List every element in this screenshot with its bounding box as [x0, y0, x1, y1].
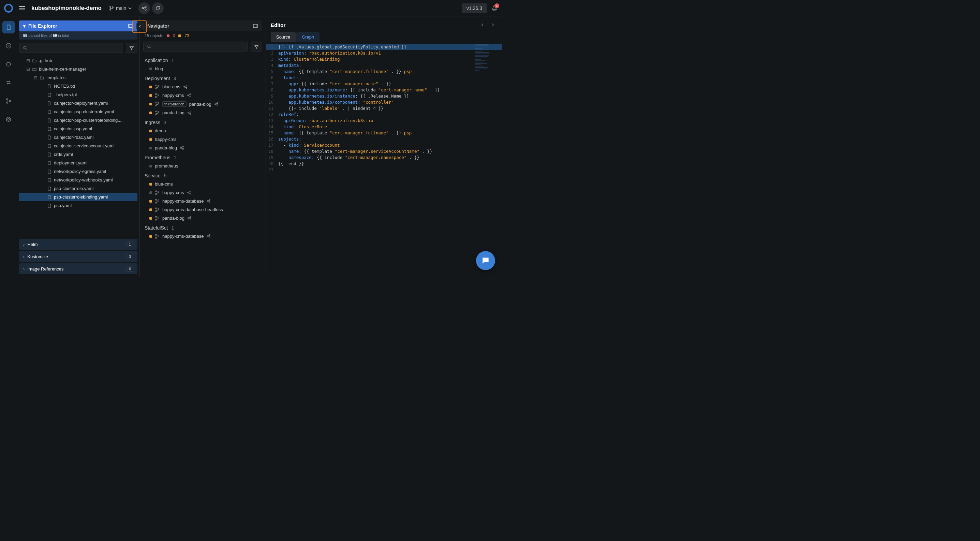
- navigator-item[interactable]: third-branchpanda-blog: [143, 100, 262, 108]
- editor-tab[interactable]: Source: [271, 32, 296, 42]
- group-name: Ingress: [145, 120, 160, 125]
- navigator-item[interactable]: happy-cms: [143, 135, 262, 143]
- file-row[interactable]: cainjector-deployment.yaml: [19, 99, 137, 107]
- navigator-item[interactable]: happy-cms-database: [143, 197, 262, 205]
- code-line: 11 {{- include "labels" . | nindent 4 }}: [266, 105, 502, 111]
- file-row[interactable]: psp-clusterrolebinding.yaml: [19, 193, 137, 201]
- folder-row[interactable]: ⊟templates: [19, 73, 137, 82]
- file-row[interactable]: _helpers.tpl: [19, 91, 137, 99]
- editor-title: Editor: [271, 22, 478, 28]
- navigator-group-header[interactable]: Prometheus1: [143, 152, 262, 162]
- editor-tab[interactable]: Graph: [296, 32, 320, 42]
- code-editor[interactable]: 1{{- if .Values.global.podSecurityPolicy…: [266, 42, 502, 173]
- svg-point-23: [156, 96, 157, 97]
- line-number: 11: [266, 105, 278, 111]
- hamburger-menu-icon[interactable]: [19, 5, 25, 11]
- chat-button[interactable]: [476, 251, 495, 270]
- section-row[interactable]: ›Kustomize3: [19, 251, 137, 262]
- section-row[interactable]: ›Image References6: [19, 263, 137, 274]
- file-row[interactable]: deployment.yaml: [19, 159, 137, 167]
- share-icon: [142, 5, 147, 11]
- file-row[interactable]: networkpolicy-egress.yaml: [19, 167, 137, 176]
- navigator-item[interactable]: panda-blog: [143, 108, 262, 117]
- file-row[interactable]: psp.yaml: [19, 201, 137, 210]
- navigator-search-input[interactable]: [143, 41, 248, 51]
- rail-git-icon[interactable]: [2, 95, 15, 107]
- navigator-item[interactable]: happy-cms: [143, 91, 262, 100]
- status-dot-icon: [150, 94, 152, 97]
- navigator-group-header[interactable]: Deployment4: [143, 73, 262, 83]
- tree-item-label: psp-clusterrole.yaml: [54, 186, 94, 191]
- file-row[interactable]: cainjector-psp-clusterrole.yaml: [19, 107, 137, 116]
- status-dot-icon: [150, 235, 152, 238]
- collapse-icon[interactable]: ⊟: [33, 75, 38, 80]
- navigator-group-header[interactable]: StatefulSet1: [143, 223, 262, 232]
- minimap[interactable]: [475, 44, 498, 71]
- navigator-item-label: happy-cms: [155, 137, 177, 142]
- file-row[interactable]: cainjector-rbac.yaml: [19, 133, 137, 142]
- rail-sync-icon[interactable]: [2, 58, 15, 70]
- navigator-item[interactable]: happy-cms: [143, 188, 262, 197]
- rail-validate-icon[interactable]: [2, 40, 15, 52]
- file-search-input[interactable]: [19, 43, 123, 53]
- navigator-group-header[interactable]: Service5: [143, 170, 262, 180]
- navigator-item[interactable]: prometheus: [143, 162, 262, 170]
- file-row[interactable]: cainjector-psp.yaml: [19, 124, 137, 133]
- navigator-item[interactable]: panda-blog: [143, 143, 262, 152]
- rail-compare-icon[interactable]: [2, 76, 15, 89]
- logo-icon: [4, 4, 13, 13]
- file-row[interactable]: NOTES.txt: [19, 82, 137, 91]
- line-number: 6: [266, 75, 278, 81]
- line-number: 18: [266, 148, 278, 154]
- editor-tabs: SourceGraph: [266, 32, 502, 42]
- panel-collapse-button[interactable]: [137, 22, 144, 30]
- collapse-panel-icon[interactable]: [128, 23, 133, 29]
- tree-item-label: psp-clusterrolebinding.yaml: [54, 194, 108, 200]
- svg-point-37: [188, 112, 189, 113]
- editor-next-button[interactable]: [488, 21, 497, 29]
- file-icon: [47, 195, 52, 200]
- expand-icon[interactable]: ⊞: [26, 58, 30, 63]
- line-number: 17: [266, 142, 278, 148]
- navigator-item[interactable]: blue-cms: [143, 83, 262, 91]
- folder-row[interactable]: ⊟blue-helm-cert-manager: [19, 65, 137, 73]
- navigator-item[interactable]: demo: [143, 127, 262, 135]
- file-explorer-header[interactable]: ▾ File Explorer: [19, 21, 137, 31]
- collapse-icon[interactable]: ⊟: [26, 67, 30, 72]
- section-row[interactable]: ›Helm1: [19, 239, 137, 250]
- file-filter-button[interactable]: [126, 43, 137, 53]
- error-count: 0: [173, 33, 175, 38]
- file-icon: [47, 203, 52, 208]
- file-row[interactable]: cainjector-psp-clusterrolebinding....: [19, 116, 137, 124]
- share-icon: [187, 110, 192, 115]
- rail-settings-icon[interactable]: [2, 113, 15, 126]
- navigator-item[interactable]: blue-cms: [143, 180, 262, 188]
- navigator-item[interactable]: happy-cms-database: [143, 232, 262, 240]
- navigator-title: Navigator: [147, 23, 169, 29]
- navigator-item[interactable]: panda-blog: [143, 214, 262, 223]
- navigator-filter-button[interactable]: [251, 41, 262, 51]
- navigator-item[interactable]: blog: [143, 64, 262, 73]
- collapse-panel-icon[interactable]: [253, 23, 258, 29]
- tree-item-label: cainjector-deployment.yaml: [54, 100, 108, 106]
- code-line: 7 app: {{ include "cert-manager.name" . …: [266, 81, 502, 87]
- rail-files-icon[interactable]: [2, 21, 15, 33]
- share-button[interactable]: [138, 2, 150, 14]
- file-icon: [47, 92, 52, 97]
- editor-prev-button[interactable]: [478, 21, 487, 29]
- navigator-item[interactable]: happy-cms-database-headless: [143, 205, 262, 214]
- file-row[interactable]: networkpolicy-webhooks.yaml: [19, 176, 137, 184]
- branch-selector[interactable]: main: [109, 5, 132, 11]
- svg-point-15: [148, 45, 150, 48]
- navigator-group-header[interactable]: Ingress3: [143, 117, 262, 127]
- refresh-button[interactable]: [152, 2, 164, 14]
- folder-row[interactable]: ⊞.github: [19, 56, 137, 65]
- navigator-group-header[interactable]: Application1: [143, 55, 262, 64]
- git-branch-icon: [155, 234, 159, 239]
- file-row[interactable]: cainjector-serviceaccount.yaml: [19, 142, 137, 150]
- tree-item-label: cainjector-psp.yaml: [54, 126, 92, 131]
- version-pill[interactable]: v1.26.3: [462, 3, 487, 13]
- file-row[interactable]: crds.yaml: [19, 150, 137, 159]
- file-row[interactable]: psp-clusterrole.yaml: [19, 184, 137, 193]
- notifications-button[interactable]: 1: [491, 5, 498, 11]
